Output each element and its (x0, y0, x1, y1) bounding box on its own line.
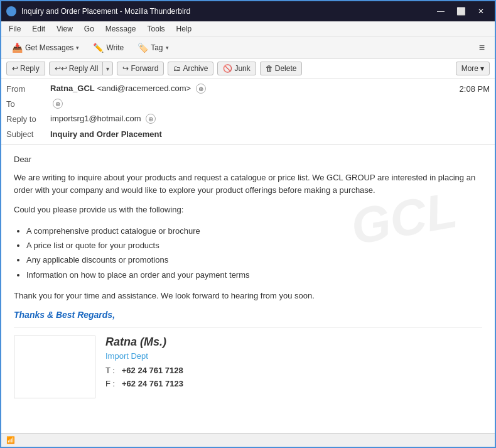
app-icon (6, 6, 16, 16)
from-name: Ratna_GCL (50, 84, 95, 93)
sig-logo (14, 336, 95, 398)
signal-icon: 📶 (6, 436, 15, 444)
from-value: Ratna_GCL <andi@racemerced.com> ⊕ (50, 84, 460, 94)
reply-all-icon: ↩↩ (55, 64, 67, 73)
menu-view[interactable]: View (51, 23, 78, 35)
delete-button[interactable]: 🗑 Delete (260, 62, 303, 75)
sig-fax-line: F : +62 24 761 7123 (105, 379, 482, 388)
tag-arrow[interactable]: ▾ (166, 45, 169, 51)
action-toolbar: ↩ Reply ↩↩ Reply All ▾ ↪ Forward 🗂 Archi… (1, 59, 495, 79)
subject-value: Inquiry and Order Placement (50, 129, 490, 139)
menu-edit[interactable]: Edit (27, 23, 50, 35)
sig-phone-label: T : (105, 366, 115, 375)
reply-to-email: importsrg1@hotmail.com (50, 114, 141, 123)
list-item: Information on how to place an order and… (26, 268, 482, 282)
archive-button[interactable]: 🗂 Archive (168, 62, 213, 75)
from-label: From (6, 84, 50, 94)
sig-fax-label: F : (105, 379, 115, 388)
menu-message[interactable]: Message (100, 23, 141, 35)
get-messages-label: Get Messages (25, 43, 73, 52)
get-messages-arrow[interactable]: ▾ (76, 45, 79, 51)
from-contact-icon[interactable]: ⊕ (196, 84, 206, 94)
reply-to-value: importsrg1@hotmail.com ⊕ (50, 114, 490, 124)
body-list: A comprehensive product catalogue or bro… (26, 224, 482, 283)
email-headers: From Ratna_GCL <andi@racemerced.com> ⊕ 2… (1, 79, 495, 144)
body-paragraph3: Thank you for your time and assistance. … (14, 290, 482, 302)
sig-dept: Import Dept (105, 351, 482, 361)
reply-to-label: Reply to (6, 114, 50, 124)
reply-label: Reply (20, 64, 40, 73)
main-toolbar: 📥 Get Messages ▾ ✏️ Write 🏷️ Tag ▾ ≡ (1, 36, 495, 59)
from-email: <andi@racemerced.com> (97, 84, 191, 93)
junk-icon: 🚫 (223, 64, 232, 73)
minimize-button[interactable]: — (432, 5, 450, 18)
window-title: Inquiry and Order Placement - Mozilla Th… (21, 7, 432, 16)
reply-all-button[interactable]: ↩↩ Reply All (49, 62, 104, 75)
menu-go[interactable]: Go (79, 23, 99, 35)
more-label: More (461, 64, 478, 73)
forward-button[interactable]: ↪ Forward (117, 62, 164, 75)
list-item: A comprehensive product catalogue or bro… (26, 224, 482, 238)
more-button[interactable]: More ▾ (456, 62, 490, 75)
junk-button[interactable]: 🚫 Junk (217, 62, 256, 75)
get-messages-button[interactable]: 📥 Get Messages ▾ (6, 40, 85, 56)
reply-all-group: ↩↩ Reply All ▾ (49, 62, 114, 75)
sig-phone-line: T : +62 24 761 7128 (105, 366, 482, 375)
more-arrow: ▾ (480, 64, 484, 73)
write-button[interactable]: ✏️ Write (87, 40, 129, 56)
window-controls: — ⬜ ✕ (432, 5, 490, 18)
menu-file[interactable]: File (4, 23, 26, 35)
archive-icon: 🗂 (173, 64, 181, 73)
reply-group: ↩ Reply (6, 62, 45, 75)
delete-label: Delete (275, 64, 297, 73)
menu-tools[interactable]: Tools (143, 23, 170, 35)
email-time: 2:08 PM (460, 84, 490, 94)
reply-icon: ↩ (12, 64, 18, 73)
dear-text: Dear (14, 155, 31, 164)
reply-all-dropdown[interactable]: ▾ (102, 62, 113, 75)
close-button[interactable]: ✕ (472, 5, 490, 18)
email-body: GCL Dear We are writing to inquire about… (1, 145, 495, 433)
body-dear: Dear (14, 155, 482, 164)
signature-section: Ratna (Ms.) Import Dept T : +62 24 761 7… (14, 327, 482, 398)
menu-bar: File Edit View Go Message Tools Help (1, 21, 495, 36)
maximize-button[interactable]: ⬜ (452, 5, 470, 18)
sig-phone: +62 24 761 7128 (122, 366, 183, 375)
to-label: To (6, 99, 50, 109)
list-item: A price list or quote for your products (26, 238, 482, 253)
menu-help[interactable]: Help (171, 23, 197, 35)
reply-all-label: Reply All (69, 64, 99, 73)
list-item: Any applicable discounts or promotions (26, 253, 482, 267)
archive-label: Archive (183, 64, 208, 73)
sig-fax: +62 24 761 7123 (122, 379, 183, 388)
status-bar: 📶 (1, 433, 495, 447)
delete-icon: 🗑 (266, 64, 273, 73)
sig-name: Ratna (Ms.) (105, 336, 482, 349)
tag-button[interactable]: 🏷️ Tag ▾ (132, 40, 174, 56)
junk-label: Junk (234, 64, 250, 73)
to-contact-icon[interactable]: ⊕ (53, 99, 63, 109)
write-icon: ✏️ (93, 43, 104, 53)
subject-text: Inquiry and Order Placement (50, 129, 162, 139)
main-window: Inquiry and Order Placement - Mozilla Th… (0, 0, 496, 448)
body-paragraph1: We are writing to inquire about your pro… (14, 172, 482, 196)
subject-label: Subject (6, 129, 50, 139)
tag-icon: 🏷️ (137, 43, 148, 53)
title-bar: Inquiry and Order Placement - Mozilla Th… (1, 1, 495, 21)
body-paragraph2: Could you please provide us with the fol… (14, 204, 482, 216)
tag-label: Tag (151, 43, 163, 52)
from-row: From Ratna_GCL <andi@racemerced.com> ⊕ 2… (6, 81, 490, 96)
subject-row: Subject Inquiry and Order Placement (6, 126, 490, 141)
dear-name (34, 155, 68, 164)
to-row: To ⊕ (6, 96, 490, 111)
thanks-regards: Thanks & Best Regards, (14, 310, 482, 320)
forward-label: Forward (131, 64, 158, 73)
reply-to-contact-icon[interactable]: ⊕ (146, 114, 156, 124)
get-messages-icon: 📥 (12, 43, 23, 53)
hamburger-menu[interactable]: ≡ (474, 40, 490, 56)
sig-details: Ratna (Ms.) Import Dept T : +62 24 761 7… (105, 336, 482, 398)
reply-button[interactable]: ↩ Reply (6, 62, 45, 75)
write-label: Write (106, 43, 124, 52)
forward-icon: ↪ (122, 64, 129, 73)
reply-to-row: Reply to importsrg1@hotmail.com ⊕ (6, 111, 490, 126)
